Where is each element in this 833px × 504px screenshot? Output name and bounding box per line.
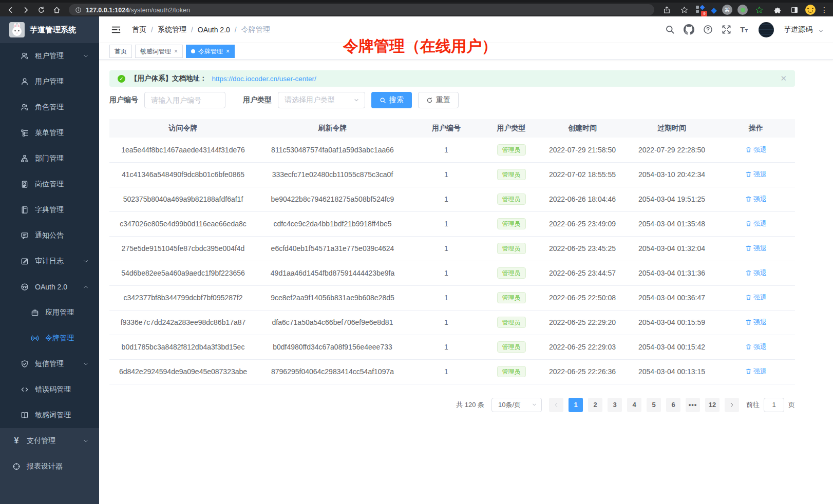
page-button[interactable]: 2	[588, 398, 602, 412]
page-button[interactable]: 3	[608, 398, 622, 412]
force-logout-button[interactable]: 强退	[745, 170, 767, 179]
force-logout-button[interactable]: 强退	[745, 342, 767, 352]
home-button[interactable]	[50, 4, 63, 16]
tab[interactable]: 首页	[109, 45, 132, 58]
sidebar-item[interactable]: 令牌管理	[0, 325, 99, 351]
page-button[interactable]: 5	[647, 398, 661, 412]
tab[interactable]: 令牌管理×	[186, 45, 235, 58]
trash-icon	[745, 171, 752, 178]
breadcrumb-item[interactable]: 系统管理	[158, 25, 186, 34]
force-logout-button[interactable]: 强退	[745, 268, 767, 278]
force-logout-button[interactable]: 强退	[745, 219, 767, 228]
force-logout-button[interactable]: 强退	[745, 145, 767, 154]
table-body: 1ea5e44f8bc1467aaede43144f31de76811c5304…	[109, 138, 795, 384]
sidebar-item[interactable]: 错误码管理	[0, 377, 99, 402]
sidebar-item-label: 字典管理	[35, 205, 64, 215]
table-row: f9336e7c7dd242a283ee98dc86b17a87dfa6c71a…	[109, 310, 795, 335]
breadcrumb-item[interactable]: 首页	[132, 25, 146, 34]
back-button[interactable]	[4, 4, 16, 16]
sidebar-item[interactable]: 用户管理	[0, 69, 99, 94]
sidebar-item-label: 报表设计器	[27, 462, 63, 471]
extension-grid-icon[interactable]: 9	[695, 5, 706, 14]
action-cell: 强退	[717, 261, 795, 285]
user-type-cell: 管理员	[484, 310, 538, 335]
trash-icon	[745, 368, 752, 375]
sidebar-item[interactable]: 应用管理	[0, 300, 99, 325]
hamburger-icon[interactable]	[111, 25, 121, 34]
force-logout-button[interactable]: 强退	[745, 318, 767, 327]
close-icon[interactable]: ×	[174, 48, 178, 55]
puzzle-extensions-icon[interactable]	[770, 4, 783, 16]
user-type-select[interactable]: 请选择用户类型	[278, 92, 365, 108]
sidebar-root-menu: ¥支付管理报表设计器	[0, 428, 99, 479]
user-type-badge: 管理员	[497, 341, 526, 353]
user-id-cell: 1	[408, 138, 484, 162]
next-page-button[interactable]	[725, 398, 739, 412]
sidebar-item[interactable]: 敏感词管理	[0, 402, 99, 428]
page-button[interactable]: 1	[569, 398, 583, 412]
post-icon	[21, 180, 29, 188]
page-button[interactable]: 4	[627, 398, 641, 412]
sidebar-item[interactable]: 菜单管理	[0, 120, 99, 146]
user-id-input[interactable]	[144, 92, 225, 108]
github-icon[interactable]	[684, 24, 694, 35]
user-name[interactable]: 芋道源码	[784, 25, 812, 34]
user-type-cell: 管理员	[484, 211, 538, 236]
user-type-badge: 管理员	[497, 366, 526, 377]
sidebar-item[interactable]: 角色管理	[0, 94, 99, 120]
page-button[interactable]: 6	[666, 398, 680, 412]
sidebar-item[interactable]: 短信管理	[0, 351, 99, 377]
sidebar-item[interactable]: OAuth 2.0	[0, 274, 99, 300]
more-pages-button[interactable]: •••	[686, 398, 700, 412]
url-bar[interactable]: 127.0.0.1:1024/system/oauth2/token	[69, 4, 654, 15]
force-logout-button[interactable]: 强退	[745, 367, 767, 376]
search-button[interactable]: 搜索	[371, 92, 412, 108]
search-icon[interactable]	[665, 25, 675, 34]
chevron-down-icon[interactable]	[818, 28, 824, 34]
font-size-icon[interactable]: TT	[740, 26, 748, 33]
sidebar-item[interactable]: ¥支付管理	[0, 428, 99, 454]
action-cell: 强退	[717, 359, 795, 384]
close-icon[interactable]: ✕	[780, 74, 787, 83]
close-icon[interactable]: ×	[226, 48, 230, 55]
goto-input[interactable]	[764, 398, 784, 412]
force-logout-button[interactable]: 强退	[745, 244, 767, 253]
action-cell: 强退	[717, 162, 795, 187]
star-extension-icon[interactable]	[753, 4, 765, 16]
menu-kebab-icon[interactable]: ⋮	[821, 6, 828, 14]
sidebar-item[interactable]: 报表设计器	[0, 454, 99, 479]
page-size-select[interactable]: 10条/页	[491, 398, 542, 412]
force-logout-button[interactable]: 强退	[745, 293, 767, 302]
prev-page-button[interactable]	[549, 398, 563, 412]
doc-link[interactable]: https://doc.iocoder.cn/user-center/	[212, 75, 316, 83]
sidebar-item[interactable]: 字典管理	[0, 197, 99, 223]
sidebar-item[interactable]: 部门管理	[0, 146, 99, 171]
bookmark-star-icon[interactable]	[678, 4, 690, 16]
fullscreen-icon[interactable]	[722, 25, 731, 34]
page-button[interactable]: 12	[705, 398, 720, 412]
user-type-badge: 管理员	[497, 144, 526, 156]
user-avatar[interactable]	[759, 22, 774, 37]
trash-icon	[745, 245, 752, 251]
reload-button[interactable]	[35, 4, 47, 16]
record-extension-icon[interactable]	[737, 5, 748, 15]
sidebar-toggle-icon[interactable]	[788, 4, 800, 16]
sidebar-item[interactable]: 岗位管理	[0, 171, 99, 197]
sidebar-item[interactable]: 审计日志	[0, 248, 99, 274]
sidebar-item[interactable]: 通知公告	[0, 223, 99, 248]
tab[interactable]: 敏感词管理×	[135, 45, 183, 58]
help-icon[interactable]	[703, 25, 713, 34]
table-row: 502375b8040a469a9b82188afdf6af1fbe90422b…	[109, 187, 795, 211]
force-logout-button[interactable]: 强退	[745, 195, 767, 204]
trash-icon	[745, 294, 752, 301]
reset-button[interactable]: 重置	[418, 92, 459, 108]
gem-extension-icon[interactable]: ◆	[711, 6, 717, 14]
command-extension-icon[interactable]: ⌘	[722, 5, 732, 15]
sidebar-item[interactable]: 租户管理	[0, 43, 99, 69]
forward-button[interactable]	[20, 4, 32, 16]
access-cell: 41c41346a548490f9dc8b01c6bfe0865	[109, 162, 257, 187]
share-icon[interactable]	[660, 4, 673, 16]
profile-avatar-icon[interactable]	[805, 5, 816, 15]
app-logo[interactable]: 芋道管理系统	[0, 16, 99, 43]
breadcrumb-item[interactable]: OAuth 2.0	[198, 26, 230, 34]
